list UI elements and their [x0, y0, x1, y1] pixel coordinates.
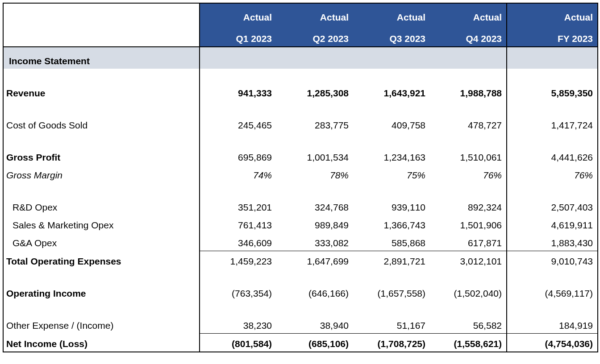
sm-q4: 1,501,906 [430, 215, 507, 233]
revenue-fy: 5,859,350 [507, 83, 598, 101]
ga-q1: 346,609 [200, 233, 276, 251]
label-revenue: Revenue [3, 83, 200, 101]
ga-q2: 333,082 [276, 233, 353, 251]
total-opex-fy: 9,010,743 [507, 251, 598, 269]
row-gross-profit: Gross Profit 695,869 1,001,534 1,234,163… [3, 147, 598, 165]
header-q2: Q2 2023 [276, 25, 353, 47]
sm-fy: 4,619,911 [507, 215, 598, 233]
net-income-fy: (4,754,036) [507, 334, 598, 352]
gross-profit-fy: 4,441,626 [507, 147, 598, 165]
gross-margin-q3: 75% [353, 165, 430, 183]
label-gross-margin: Gross Margin [3, 165, 200, 183]
label-operating-income: Operating Income [3, 283, 200, 301]
header-q4-top: Actual [430, 3, 507, 25]
row-gross-margin: Gross Margin 74% 78% 75% 76% 76% [3, 165, 598, 183]
op-income-q3: (1,657,558) [353, 283, 430, 301]
other-exp-q2: 38,940 [276, 315, 353, 334]
net-income-q3: (1,708,725) [353, 334, 430, 352]
sm-q3: 1,366,743 [353, 215, 430, 233]
rd-q4: 892,324 [430, 197, 507, 215]
gross-profit-q2: 1,001,534 [276, 147, 353, 165]
header-q3: Q3 2023 [353, 25, 430, 47]
header-q1-top: Actual [200, 3, 276, 25]
label-net-income: Net Income (Loss) [3, 334, 200, 352]
rd-q2: 324,768 [276, 197, 353, 215]
revenue-q4: 1,988,788 [430, 83, 507, 101]
gross-profit-q1: 695,869 [200, 147, 276, 165]
row-other-expense: Other Expense / (Income) 38,230 38,940 5… [3, 315, 598, 334]
sm-q1: 761,413 [200, 215, 276, 233]
row-sm-opex: Sales & Marketing Opex 761,413 989,849 1… [3, 215, 598, 233]
other-exp-q1: 38,230 [200, 315, 276, 334]
row-cogs: Cost of Goods Sold 245,465 283,775 409,7… [3, 115, 598, 133]
ga-q4: 617,871 [430, 233, 507, 251]
label-rd-opex: R&D Opex [3, 197, 200, 215]
gross-margin-q1: 74% [200, 165, 276, 183]
row-total-opex: Total Operating Expenses 1,459,223 1,647… [3, 251, 598, 269]
income-statement-table: Actual Actual Actual Actual Actual Q1 20… [3, 3, 598, 352]
rd-q3: 939,110 [353, 197, 430, 215]
label-ga-opex: G&A Opex [3, 233, 200, 251]
header-fy: FY 2023 [507, 25, 598, 47]
row-operating-income: Operating Income (763,354) (646,166) (1,… [3, 283, 598, 301]
gross-margin-q4: 76% [430, 165, 507, 183]
row-ga-opex: G&A Opex 346,609 333,082 585,868 617,871… [3, 233, 598, 251]
label-cogs: Cost of Goods Sold [3, 115, 200, 133]
net-income-q2: (685,106) [276, 334, 353, 352]
row-revenue: Revenue 941,333 1,285,308 1,643,921 1,98… [3, 83, 598, 101]
label-total-opex: Total Operating Expenses [3, 251, 200, 269]
header-blank [3, 3, 200, 25]
total-opex-q1: 1,459,223 [200, 251, 276, 269]
cogs-fy: 1,417,724 [507, 115, 598, 133]
total-opex-q4: 3,012,101 [430, 251, 507, 269]
total-opex-q2: 1,647,699 [276, 251, 353, 269]
header-q3-top: Actual [353, 3, 430, 25]
row-rd-opex: R&D Opex 351,201 324,768 939,110 892,324… [3, 197, 598, 215]
other-exp-q4: 56,582 [430, 315, 507, 334]
header-q1: Q1 2023 [200, 25, 276, 47]
revenue-q2: 1,285,308 [276, 83, 353, 101]
net-income-q1: (801,584) [200, 334, 276, 352]
net-income-q4: (1,558,621) [430, 334, 507, 352]
label-sm-opex: Sales & Marketing Opex [3, 215, 200, 233]
other-exp-q3: 51,167 [353, 315, 430, 334]
header-blank2 [3, 25, 200, 47]
op-income-fy: (4,569,117) [507, 283, 598, 301]
header-q4: Q4 2023 [430, 25, 507, 47]
op-income-q1: (763,354) [200, 283, 276, 301]
rd-q1: 351,201 [200, 197, 276, 215]
ga-q3: 585,868 [353, 233, 430, 251]
row-net-income: Net Income (Loss) (801,584) (685,106) (1… [3, 334, 598, 352]
total-opex-q3: 2,891,721 [353, 251, 430, 269]
cogs-q4: 478,727 [430, 115, 507, 133]
header-q2-top: Actual [276, 3, 353, 25]
gross-profit-q4: 1,510,061 [430, 147, 507, 165]
gross-profit-q3: 1,234,163 [353, 147, 430, 165]
revenue-q1: 941,333 [200, 83, 276, 101]
gross-margin-fy: 76% [507, 165, 598, 183]
rd-fy: 2,507,403 [507, 197, 598, 215]
section-title: Income Statement [3, 47, 200, 69]
revenue-q3: 1,643,921 [353, 83, 430, 101]
ga-fy: 1,883,430 [507, 233, 598, 251]
cogs-q2: 283,775 [276, 115, 353, 133]
cogs-q3: 409,758 [353, 115, 430, 133]
op-income-q4: (1,502,040) [430, 283, 507, 301]
label-other-expense: Other Expense / (Income) [3, 315, 200, 334]
other-exp-fy: 184,919 [507, 315, 598, 334]
gross-margin-q2: 78% [276, 165, 353, 183]
label-gross-profit: Gross Profit [3, 147, 200, 165]
op-income-q2: (646,166) [276, 283, 353, 301]
cogs-q1: 245,465 [200, 115, 276, 133]
sm-q2: 989,849 [276, 215, 353, 233]
header-fy-top: Actual [507, 3, 598, 25]
